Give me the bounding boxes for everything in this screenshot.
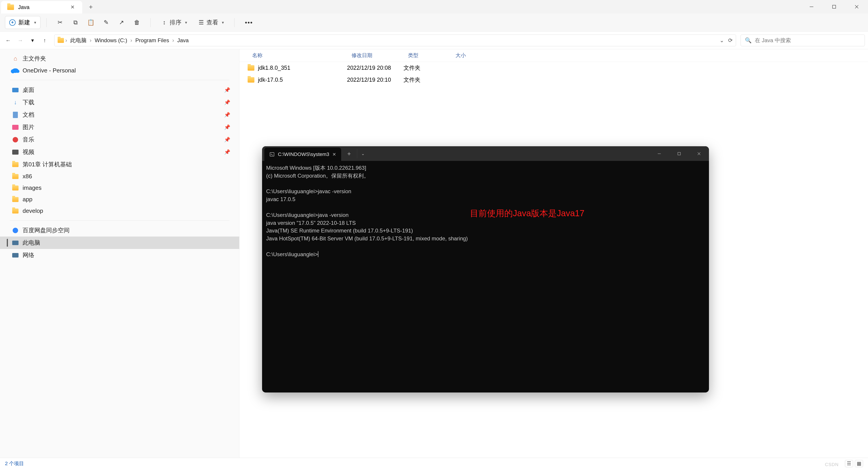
sidebar-item-folder[interactable]: develop	[0, 205, 239, 217]
toolbar-divider	[46, 18, 46, 27]
search-icon: 🔍	[745, 37, 752, 43]
sidebar-item-folder[interactable]: 第01章 计算机基础	[0, 158, 239, 171]
list-icon: ☰	[198, 20, 204, 26]
sidebar-item-baidu[interactable]: 百度网盘同步空间	[0, 224, 239, 237]
sidebar-onedrive[interactable]: OneDrive - Personal	[0, 65, 239, 76]
pin-icon[interactable]: 📌	[224, 87, 230, 93]
explorer-navbar: ← → ▾ ↑ › 此电脑 › Windows (C:) › Program F…	[0, 32, 868, 49]
column-name[interactable]: 名称	[252, 52, 351, 59]
breadcrumb[interactable]: › 此电脑 › Windows (C:) › Program Files › J…	[54, 35, 736, 46]
terminal-window-controls	[649, 146, 709, 161]
explorer-statusbar: 2 个项目 ☰ ▦	[0, 458, 868, 469]
maximize-button[interactable]	[669, 146, 689, 161]
sidebar-item-folder[interactable]: images	[0, 182, 239, 194]
column-type[interactable]: 类型	[408, 52, 456, 59]
close-icon[interactable]: ✕	[332, 152, 336, 157]
breadcrumb-item[interactable]: Java	[175, 37, 190, 43]
search-input[interactable]: 🔍 在 Java 中搜索	[741, 35, 865, 46]
explorer-tab[interactable]: Java ✕	[1, 1, 82, 13]
new-button[interactable]: + 新建 ▾	[5, 16, 40, 29]
sidebar-item-network[interactable]: 网络	[0, 249, 239, 261]
terminal-window: C:\WINDOWS\system3 ✕ ＋ ⌄ Microsoft Windo…	[262, 146, 709, 393]
file-row[interactable]: jdk1.8.0_351 2022/12/19 20:08 文件夹	[240, 62, 868, 74]
sidebar-item-documents[interactable]: 文档📌	[0, 108, 239, 121]
terminal-tab-dropdown[interactable]: ⌄	[357, 146, 369, 161]
more-button[interactable]: •••	[240, 17, 257, 28]
file-row[interactable]: jdk-17.0.5 2022/12/19 20:10 文件夹	[240, 74, 868, 86]
breadcrumb-item[interactable]: 此电脑	[68, 37, 88, 44]
sort-button[interactable]: ↕ 排序 ▾	[157, 16, 192, 29]
window-controls	[800, 0, 868, 13]
column-date[interactable]: 修改日期	[351, 52, 408, 59]
delete-button[interactable]: 🗑	[129, 17, 145, 28]
desktop-icon	[12, 87, 19, 93]
pin-icon[interactable]: 📌	[224, 124, 230, 130]
column-size[interactable]: 大小	[456, 52, 483, 59]
sidebar-item-pictures[interactable]: 图片📌	[0, 121, 239, 133]
sidebar-item-label: 主文件夹	[23, 55, 46, 63]
pin-icon[interactable]: 📌	[224, 100, 230, 105]
sidebar-item-label: 图片	[23, 123, 34, 131]
maximize-button[interactable]	[823, 0, 845, 13]
paste-button[interactable]: 📋	[83, 17, 98, 28]
history-dropdown[interactable]: ▾	[28, 35, 37, 45]
back-button[interactable]: ←	[3, 35, 13, 45]
chevron-right-icon: ›	[130, 37, 132, 43]
sidebar-item-videos[interactable]: 视频📌	[0, 146, 239, 158]
sidebar-item-downloads[interactable]: ↓下载📌	[0, 96, 239, 108]
close-button[interactable]	[689, 146, 709, 161]
copy-button[interactable]: ⧉	[68, 17, 83, 28]
close-icon[interactable]: ✕	[69, 3, 76, 11]
download-icon: ↓	[12, 100, 19, 105]
grid-view-button[interactable]: ▦	[855, 460, 863, 467]
rename-button[interactable]: ✎	[98, 17, 114, 28]
terminal-new-tab[interactable]: ＋	[341, 149, 357, 158]
close-button[interactable]	[845, 0, 868, 13]
chevron-right-icon: ›	[65, 37, 67, 43]
sidebar-home[interactable]: ⌂ 主文件夹	[0, 53, 239, 65]
pc-icon	[12, 240, 19, 245]
sidebar-item-thispc[interactable]: 此电脑	[0, 237, 239, 249]
breadcrumb-item[interactable]: Program Files	[133, 37, 171, 43]
view-label: 查看	[207, 19, 218, 26]
sidebar-item-folder[interactable]: app	[0, 194, 239, 205]
list-view-button[interactable]: ☰	[845, 460, 853, 467]
chevron-down-icon[interactable]: ⌄	[719, 37, 724, 43]
terminal-line: Java HotSpot(TM) 64-Bit Server VM (build…	[266, 235, 468, 241]
folder-icon	[12, 208, 19, 214]
view-button[interactable]: ☰ 查看 ▾	[193, 16, 228, 29]
new-tab-button[interactable]: ＋	[82, 0, 99, 13]
sidebar-item-label: 桌面	[23, 86, 34, 94]
svg-rect-4	[270, 152, 274, 156]
status-text: 2 个项目	[5, 460, 24, 467]
plus-icon: +	[9, 20, 16, 26]
folder-icon	[12, 185, 19, 191]
svg-rect-6	[678, 152, 680, 155]
cut-button[interactable]: ✂	[53, 17, 68, 28]
share-icon: ↗	[118, 20, 125, 26]
up-button[interactable]: ↑	[40, 35, 50, 45]
sidebar-item-label: 百度网盘同步空间	[23, 226, 70, 234]
sidebar-item-folder[interactable]: x86	[0, 171, 239, 182]
pin-icon[interactable]: 📌	[224, 112, 230, 118]
sidebar-item-music[interactable]: 音乐📌	[0, 133, 239, 146]
cursor	[318, 251, 318, 257]
breadcrumb-item[interactable]: Windows (C:)	[93, 37, 129, 43]
share-button[interactable]: ↗	[114, 17, 129, 28]
paste-icon: 📋	[88, 20, 94, 26]
pin-icon[interactable]: 📌	[224, 137, 230, 143]
sidebar-item-label: x86	[23, 173, 32, 180]
minimize-button[interactable]	[800, 0, 823, 13]
terminal-content[interactable]: Microsoft Windows [版本 10.0.22621.963] (c…	[262, 161, 709, 393]
column-headers: 名称 修改日期 类型 大小	[240, 49, 868, 62]
terminal-tab[interactable]: C:\WINDOWS\system3 ✕	[264, 147, 341, 161]
minimize-button[interactable]	[649, 146, 669, 161]
sidebar-item-desktop[interactable]: 桌面📌	[0, 84, 239, 96]
sidebar-item-label: app	[23, 196, 32, 203]
refresh-icon[interactable]: ⟳	[728, 37, 733, 43]
forward-button[interactable]: →	[16, 35, 25, 45]
document-icon	[12, 112, 19, 118]
home-icon: ⌂	[12, 56, 19, 61]
terminal-line: C:\Users\liuguanglei>javac -version	[266, 188, 351, 194]
pin-icon[interactable]: 📌	[224, 149, 230, 155]
